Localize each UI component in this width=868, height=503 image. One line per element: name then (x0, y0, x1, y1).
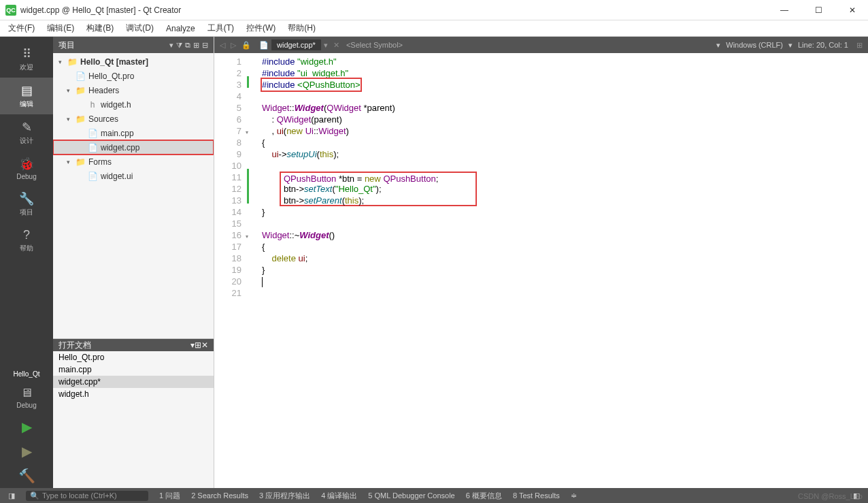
lock-icon[interactable]: 🔒 (239, 41, 254, 50)
cursor-position-label[interactable]: Line: 20, Col: 1 (798, 41, 848, 49)
tree-item[interactable]: 📄widget.ui (53, 169, 214, 183)
tree-item[interactable]: 📄main.cpp (53, 126, 214, 140)
opendoc-item[interactable]: Hello_Qt.pro (53, 351, 214, 363)
menu-tools[interactable]: 工具(T) (207, 22, 234, 34)
output-issues[interactable]: 1 问题 (154, 491, 186, 501)
close-pane-icon[interactable]: ✕ (201, 340, 208, 350)
menu-help[interactable]: 帮助(H) (288, 22, 316, 34)
tree-item[interactable]: ▾📁Forms (53, 155, 214, 169)
locator-placeholder: Type to locate (Ctrl+K) (42, 491, 117, 500)
output-compile[interactable]: 4 编译输出 (316, 491, 363, 501)
nav-forward-button[interactable]: ▷ (228, 41, 239, 50)
kit-selector-project[interactable]: Hello_Qt (14, 368, 40, 380)
side-panel: 项目 ▾ ⧩ ⧉ ⊞ ⊟ ▾📁Hello_Qt [master]📄Hello_Q… (53, 37, 214, 488)
mode-bar: ⠿欢迎 ▤编辑 ✎设计 🐞Debug 🔧项目 ?帮助 Hello_Qt 🖥Deb… (0, 37, 53, 488)
tree-item[interactable]: ▾📁Headers (53, 83, 214, 97)
output-close-icon[interactable]: ≑ (565, 491, 582, 500)
menu-build[interactable]: 构建(B) (86, 22, 114, 34)
editor-area: ◁ ▷ 🔒 📄 widget.cpp* ▾ ✕ <Select Symbol> … (214, 37, 868, 488)
opendocs-title: 打开文档 (59, 340, 190, 351)
mode-design[interactable]: ✎设计 (0, 114, 53, 151)
monitor-icon: 🖥 (20, 386, 33, 400)
menu-debug[interactable]: 调试(D) (126, 22, 154, 34)
run-button[interactable]: ▶ (22, 415, 32, 439)
editor-toolbar: ◁ ▷ 🔒 📄 widget.cpp* ▾ ✕ <Select Symbol> … (214, 37, 868, 53)
search-icon: 🔍 (30, 491, 39, 500)
close-file-button[interactable]: ✕ (331, 41, 342, 50)
split-icon[interactable]: ⊟ (202, 41, 208, 50)
link-icon[interactable]: ⧉ (185, 41, 190, 50)
window-minimize-button[interactable]: — (774, 5, 795, 15)
locator-input[interactable]: 🔍 Type to locate (Ctrl+K) (26, 491, 148, 501)
chevron-down-icon[interactable]: ▾ (324, 41, 328, 50)
window-close-button[interactable]: ✕ (842, 5, 863, 15)
watermark: CSDN @Ross_Leo (798, 492, 863, 500)
help-icon: ? (23, 228, 30, 242)
code-editor[interactable]: 1234567▾8910111213141516▾1718192021 #inc… (214, 53, 868, 488)
grid-icon: ⠿ (22, 46, 31, 61)
add-icon[interactable]: ⊞ (195, 340, 201, 350)
window-title: widget.cpp @ Hello_Qt [master] - Qt Crea… (20, 5, 774, 15)
mode-help[interactable]: ?帮助 (0, 223, 53, 259)
project-tree[interactable]: ▾📁Hello_Qt [master]📄Hello_Qt.pro▾📁Header… (53, 53, 214, 338)
project-panel-header: 项目 ▾ ⧩ ⧉ ⊞ ⊟ (53, 37, 214, 53)
tree-item[interactable]: 📄widget.cpp (53, 140, 214, 155)
menubar: 文件(F) 编辑(E) 构建(B) 调试(D) Analyze 工具(T) 控件… (0, 20, 868, 37)
menu-edit[interactable]: 编辑(E) (47, 22, 74, 34)
opendoc-item[interactable]: widget.h (53, 388, 214, 400)
window-maximize-button[interactable]: ☐ (808, 5, 829, 15)
opendocs-list[interactable]: Hello_Qt.promain.cppwidget.cpp*widget.h (53, 351, 214, 400)
editor-filename[interactable]: widget.cpp* (271, 39, 321, 50)
chevron-down-icon[interactable]: ▾ (788, 41, 792, 50)
nav-back-button[interactable]: ◁ (217, 41, 228, 50)
opendocs-header: 打开文档 ▾ ⊞ ✕ (53, 339, 214, 351)
mode-welcome[interactable]: ⠿欢迎 (0, 41, 53, 78)
tree-item[interactable]: hwidget.h (53, 97, 214, 112)
chevron-down-icon[interactable]: ▾ (169, 41, 173, 50)
add-icon[interactable]: ⊞ (193, 41, 199, 50)
edit-icon: ▤ (21, 83, 33, 98)
menu-file[interactable]: 文件(F) (8, 22, 35, 34)
mode-edit[interactable]: ▤编辑 (0, 78, 53, 114)
output-app[interactable]: 3 应用程序输出 (254, 491, 316, 501)
file-icon: 📄 (259, 41, 269, 50)
statusbar: ◨ 🔍 Type to locate (Ctrl+K) 1 问题 2 Searc… (0, 488, 868, 503)
code-content[interactable]: #include "widget.h"#include "ui_widget.h… (256, 53, 868, 488)
symbol-selector[interactable]: <Select Symbol> (346, 41, 403, 49)
toggle-left-pane-button[interactable]: ◨ (3, 491, 20, 500)
tree-item[interactable]: ▾📁Hello_Qt [master] (53, 54, 214, 69)
wrench-icon: 🔧 (19, 191, 34, 206)
line-ending-label[interactable]: Windows (CRLF) (726, 41, 783, 49)
mode-projects[interactable]: 🔧项目 (0, 186, 53, 223)
filter-icon[interactable]: ⧩ (176, 41, 182, 50)
menu-widgets[interactable]: 控件(W) (246, 22, 276, 34)
pencil-icon: ✎ (22, 120, 32, 135)
opendoc-item[interactable]: widget.cpp* (53, 376, 214, 388)
menu-analyze[interactable]: Analyze (166, 24, 195, 33)
bug-icon: 🐞 (19, 157, 34, 172)
debug-run-button[interactable]: ▶ (22, 439, 32, 464)
opendoc-item[interactable]: main.cpp (53, 363, 214, 376)
kit-selector[interactable]: 🖥Debug (0, 380, 53, 415)
titlebar: QC widget.cpp @ Hello_Qt [master] - Qt C… (0, 0, 868, 20)
mode-debug[interactable]: 🐞Debug (0, 151, 53, 186)
build-button[interactable]: 🔨 (18, 464, 35, 488)
tree-item[interactable]: ▾📁Sources (53, 112, 214, 126)
app-logo-icon: QC (5, 5, 16, 16)
chevron-down-icon[interactable]: ▾ (716, 41, 720, 50)
tree-item[interactable]: 📄Hello_Qt.pro (53, 69, 214, 83)
output-search[interactable]: 2 Search Results (186, 491, 254, 500)
output-qml[interactable]: 5 QML Debugger Console (363, 491, 460, 500)
output-general[interactable]: 6 概要信息 (461, 491, 507, 501)
change-marks (247, 53, 256, 488)
output-test[interactable]: 8 Test Results (507, 491, 565, 500)
line-number-gutter[interactable]: 1234567▾8910111213141516▾1718192021 (214, 53, 247, 488)
split-editor-button[interactable]: ⊞ (854, 41, 865, 50)
project-panel-title: 项目 (59, 39, 167, 51)
